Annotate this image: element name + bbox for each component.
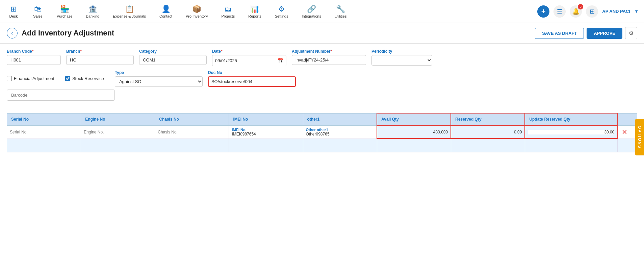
nav-integrations[interactable]: 🔗 Integrations: [299, 3, 324, 20]
empty-cell-5: [303, 139, 377, 152]
financial-adjustment-checkbox[interactable]: [7, 76, 12, 81]
doc-no-label: Doc No: [208, 70, 296, 75]
expense-icon: 📋: [125, 5, 134, 14]
banking-icon: 🏦: [88, 5, 97, 14]
nav-settings-label: Settings: [275, 14, 288, 18]
doc-no-field: Doc No: [208, 70, 296, 87]
nav-sales[interactable]: 🛍 Sales: [30, 3, 46, 20]
delete-row-button[interactable]: ✕: [620, 128, 629, 136]
nav-projects-label: Projects: [221, 14, 235, 18]
gear-icon: ⚙: [629, 30, 634, 36]
empty-cell-avail: [377, 139, 451, 152]
nav-reports-label: Reports: [248, 14, 261, 18]
financial-adjustment-label[interactable]: Financial Adjustment: [14, 76, 54, 81]
back-button[interactable]: ‹: [7, 28, 18, 39]
periodicity-select[interactable]: [372, 55, 432, 65]
nav-projects[interactable]: 🗂 Projects: [218, 3, 237, 20]
category-input[interactable]: [139, 55, 207, 65]
type-label: Type: [115, 70, 203, 75]
nav-contact-label: Contact: [159, 14, 172, 18]
stock-reservice-label[interactable]: Stock Reservice: [72, 76, 104, 81]
options-sidebar[interactable]: OPTIONS: [635, 119, 644, 155]
desk-icon: ⊞: [10, 5, 17, 14]
nav-desk-label: Desk: [9, 14, 18, 18]
branch-code-input[interactable]: [7, 55, 61, 65]
main-content: ‹ Add Inventory Adjustment SAVE AS DRAFT…: [0, 23, 644, 274]
calendar-icon[interactable]: 📅: [275, 55, 286, 66]
nav-contact[interactable]: 👤 Contact: [157, 3, 175, 20]
type-select[interactable]: Against SO: [115, 77, 202, 86]
cell-update-reserved-qty: [525, 125, 617, 139]
save-as-draft-button[interactable]: SAVE AS DRAFT: [535, 28, 584, 39]
col-reserved-qty: Reserved Qty: [451, 113, 525, 125]
date-field: Date* 📅: [212, 49, 286, 66]
page-title: Add Inventory Adjustment: [22, 29, 531, 38]
pro-inventory-icon: 📦: [192, 5, 201, 14]
top-navigation: ⊞ Desk 🛍 Sales 🏪 Purchase 🏦 Banking 📋 Ex…: [0, 0, 644, 23]
branch-input[interactable]: [66, 55, 134, 65]
nav-expense-journals[interactable]: 📋 Expense & Journals: [110, 3, 149, 20]
list-button[interactable]: ☰: [553, 5, 566, 18]
nav-sales-label: Sales: [33, 14, 43, 18]
purchase-icon: 🏪: [60, 5, 69, 14]
reserved-qty-input[interactable]: [454, 130, 522, 134]
barcode-input[interactable]: [7, 90, 115, 101]
serial-no-input[interactable]: [10, 130, 78, 134]
col-engine-no: Engine No: [81, 113, 155, 125]
empty-cell-action: [617, 139, 637, 152]
nav-settings[interactable]: ⚙ Settings: [272, 3, 291, 20]
category-label: Category: [139, 49, 207, 54]
date-input[interactable]: [212, 56, 275, 65]
reports-icon: 📊: [250, 5, 259, 14]
col-update-reserved-qty: Update Reserved Qty: [525, 113, 617, 125]
date-label: Date*: [212, 49, 286, 54]
nav-reports[interactable]: 📊 Reports: [246, 3, 264, 20]
other1-label: Other other1: [306, 128, 374, 132]
adjustment-number-field: Adjustment Number*: [292, 49, 366, 65]
cell-engine-no: [81, 125, 155, 139]
engine-no-input[interactable]: [84, 130, 152, 134]
branch-label: Branch*: [66, 49, 134, 54]
chasis-no-input[interactable]: [158, 130, 226, 134]
nav-desk[interactable]: ⊞ Desk: [5, 3, 22, 20]
update-reserved-qty-input[interactable]: [528, 130, 614, 134]
nav-utilities[interactable]: 🔧 Utilities: [332, 3, 349, 20]
header-actions: SAVE AS DRAFT APPROVE ⚙: [535, 27, 637, 39]
stock-reservice-checkbox[interactable]: [65, 76, 70, 81]
nav-purchase[interactable]: 🏪 Purchase: [54, 3, 75, 20]
settings-button[interactable]: ⚙: [625, 27, 637, 39]
periodicity-label: Periodicity: [371, 49, 432, 54]
nav-integrations-label: Integrations: [302, 14, 321, 18]
empty-cell-4: [229, 139, 303, 152]
table-section: Serial No Engine No Chasis No IMEI No ot…: [7, 113, 637, 152]
periodicity-wrapper: [371, 55, 432, 66]
empty-cell-3: [155, 139, 229, 152]
add-button[interactable]: +: [537, 5, 549, 18]
doc-no-input[interactable]: [209, 77, 286, 86]
form-row-1: Branch Code* Branch* Category Date*: [7, 49, 637, 66]
projects-icon: 🗂: [224, 5, 232, 14]
sales-icon: 🛍: [34, 5, 42, 14]
branch-field: Branch*: [66, 49, 134, 65]
type-field: Type Against SO: [115, 70, 203, 87]
other1-value: Other098765: [306, 132, 330, 136]
table-row: IMEI No. IMEI0987654 Other other1 Other0…: [7, 125, 637, 139]
col-action: [617, 113, 637, 125]
empty-cell-1: [7, 139, 81, 152]
notification-wrapper: 🔔 0: [570, 5, 582, 18]
company-name[interactable]: AP AND PACI: [602, 9, 630, 14]
financial-adjustment-checkbox-item: Financial Adjustment: [7, 76, 54, 81]
col-serial-no: Serial No: [7, 113, 81, 125]
inventory-table: Serial No Engine No Chasis No IMEI No ot…: [7, 113, 637, 152]
category-field: Category: [139, 49, 207, 65]
table-header: Serial No Engine No Chasis No IMEI No ot…: [7, 113, 637, 125]
grid-button[interactable]: ⊞: [586, 5, 598, 18]
empty-table-row: [7, 139, 637, 152]
nav-banking[interactable]: 🏦 Banking: [83, 3, 102, 20]
adjustment-number-input[interactable]: [292, 55, 366, 65]
col-avail-qty: Avail Qty: [377, 113, 451, 125]
approve-button[interactable]: APPROVE: [587, 28, 622, 39]
nav-pro-inventory[interactable]: 📦 Pro Inventory: [183, 3, 210, 20]
periodicity-field: Periodicity: [371, 49, 432, 66]
avail-qty-input[interactable]: [380, 130, 448, 134]
